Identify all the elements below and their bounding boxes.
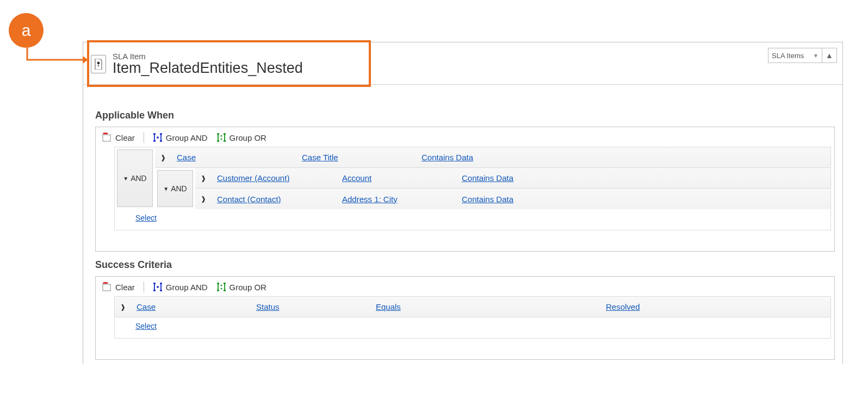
caret-down-icon: ▼ xyxy=(123,176,128,182)
related-nav-value: SLA Items xyxy=(772,52,804,60)
applicable-when-section: Applicable When Clear Group AND Group OR xyxy=(83,85,842,256)
toolbar-separator xyxy=(144,282,144,292)
select-row: Select xyxy=(115,317,830,338)
operator-link[interactable]: Contains Data xyxy=(462,173,513,183)
group-or-icon xyxy=(216,282,226,292)
group-and-icon xyxy=(153,133,163,142)
annotation-circle: a xyxy=(9,13,44,48)
condition-row: ❱ Customer (Account) Account Contains Da… xyxy=(195,168,830,189)
success-criteria-section: Success Criteria Clear Group AND Group O… xyxy=(83,256,842,364)
svg-point-12 xyxy=(220,135,222,136)
entity-link[interactable]: Customer (Account) xyxy=(217,173,289,183)
svg-rect-3 xyxy=(153,133,156,135)
outer-and-block[interactable]: ▼ AND xyxy=(117,149,153,207)
svg-rect-15 xyxy=(103,282,108,284)
success-criteria-toolbar: Clear Group AND Group OR xyxy=(99,280,831,296)
svg-rect-16 xyxy=(153,283,156,284)
clear-label: Clear xyxy=(115,133,135,142)
expand-row-icon[interactable]: ❱ xyxy=(201,195,206,203)
page-title: Item_RelatedEntities_Nested xyxy=(113,60,303,77)
operator-link[interactable]: Contains Data xyxy=(462,195,513,204)
condition-row: ❱ Case Status Equals Resolved xyxy=(115,297,830,317)
svg-point-0 xyxy=(97,61,100,64)
svg-rect-18 xyxy=(160,283,162,284)
svg-rect-24 xyxy=(224,290,226,291)
annotation-arrow-icon xyxy=(26,48,88,70)
success-criteria-editor: Clear Group AND Group OR ❱ Case Status E xyxy=(95,276,835,360)
record-type-icon xyxy=(91,55,106,73)
operator-link[interactable]: Contains Data xyxy=(421,153,473,162)
select-link[interactable]: Select xyxy=(135,214,157,222)
chevron-down-icon: ▼ xyxy=(813,53,819,59)
annotation-letter: a xyxy=(22,21,31,40)
success-criteria-label: Success Criteria xyxy=(95,259,835,271)
group-or-icon xyxy=(216,133,226,142)
clear-icon xyxy=(102,133,112,142)
field-link[interactable]: Case Title xyxy=(302,153,338,162)
group-and-label: Group AND xyxy=(166,133,208,142)
value-link[interactable]: Resolved xyxy=(606,302,640,311)
nav-up-button[interactable]: ▲ xyxy=(822,48,837,63)
svg-rect-23 xyxy=(224,283,226,284)
svg-rect-17 xyxy=(153,290,156,291)
clear-label: Clear xyxy=(115,283,135,292)
clear-button[interactable]: Clear xyxy=(100,132,137,143)
group-and-button[interactable]: Group AND xyxy=(151,132,210,143)
applicable-when-toolbar: Clear Group AND Group OR xyxy=(99,130,831,147)
group-or-label: Group OR xyxy=(230,133,266,142)
svg-rect-19 xyxy=(160,290,162,291)
group-and-label: Group AND xyxy=(166,283,208,292)
svg-rect-21 xyxy=(217,283,219,284)
svg-point-20 xyxy=(157,286,159,288)
app-frame: SLA Item Item_RelatedEntities_Nested SLA… xyxy=(83,42,843,364)
group-or-button[interactable]: Group OR xyxy=(214,281,269,293)
applicable-when-label: Applicable When xyxy=(95,110,835,121)
group-and-button[interactable]: Group AND xyxy=(151,281,210,293)
svg-rect-1 xyxy=(103,135,110,141)
applicable-when-tree: ▼ AND ❱ Case Case Title Contains Data xyxy=(114,147,831,230)
field-link[interactable]: Account xyxy=(342,173,371,183)
svg-rect-14 xyxy=(103,284,110,291)
svg-rect-22 xyxy=(217,290,219,291)
svg-rect-11 xyxy=(224,140,226,142)
group-and-icon xyxy=(153,282,163,292)
clear-button[interactable]: Clear xyxy=(100,281,137,293)
svg-rect-10 xyxy=(224,133,226,135)
svg-point-26 xyxy=(220,288,222,289)
svg-rect-5 xyxy=(160,133,162,135)
applicable-when-editor: Clear Group AND Group OR ▼ AND xyxy=(95,127,835,252)
entity-link[interactable]: Case xyxy=(137,302,156,311)
arrow-up-icon: ▲ xyxy=(826,51,833,60)
success-criteria-tree: ❱ Case Status Equals Resolved Select xyxy=(114,296,831,339)
group-or-label: Group OR xyxy=(230,283,266,292)
inner-and-label: AND xyxy=(171,184,187,193)
svg-point-7 xyxy=(157,136,159,139)
expand-row-icon[interactable]: ❱ xyxy=(120,303,126,311)
field-link[interactable]: Status xyxy=(256,302,280,311)
operator-link[interactable]: Equals xyxy=(376,302,401,311)
field-link[interactable]: Address 1: City xyxy=(342,195,398,204)
expand-row-icon[interactable]: ❱ xyxy=(160,154,166,161)
entity-link[interactable]: Contact (Contact) xyxy=(217,195,281,204)
svg-point-13 xyxy=(220,138,222,140)
select-row: Select xyxy=(115,209,830,230)
svg-rect-8 xyxy=(217,133,219,135)
svg-rect-9 xyxy=(217,140,219,142)
entity-link[interactable]: Case xyxy=(177,153,196,162)
clear-icon xyxy=(102,282,112,292)
svg-rect-6 xyxy=(160,140,162,142)
related-nav-select[interactable]: SLA Items ▼ xyxy=(768,48,822,63)
inner-and-block[interactable]: ▼ AND xyxy=(157,170,193,207)
outer-and-label: AND xyxy=(131,174,147,183)
expand-row-icon[interactable]: ❱ xyxy=(201,174,206,182)
group-or-button[interactable]: Group OR xyxy=(214,132,269,143)
toolbar-separator xyxy=(144,132,144,143)
page-header: SLA Item Item_RelatedEntities_Nested SLA… xyxy=(83,42,842,85)
svg-rect-4 xyxy=(153,140,156,142)
svg-rect-2 xyxy=(103,133,108,134)
select-link[interactable]: Select xyxy=(135,322,157,330)
caret-down-icon: ▼ xyxy=(163,186,169,192)
condition-row: ❱ Case Case Title Contains Data xyxy=(155,147,830,168)
condition-row: ❱ Contact (Contact) Address 1: City Cont… xyxy=(195,189,830,209)
svg-point-25 xyxy=(220,284,222,286)
